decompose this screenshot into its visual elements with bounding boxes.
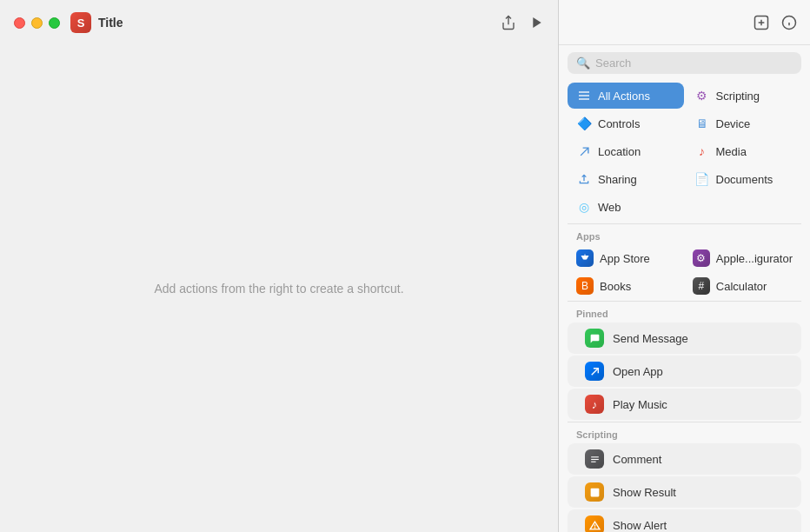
actions-list: All Actions ⚙ Scripting 🔷 Controls 🖥 Dev… <box>559 79 810 532</box>
svg-point-15 <box>594 527 595 528</box>
cat-device[interactable]: 🖥 Device <box>686 110 802 136</box>
svg-marker-0 <box>533 17 541 28</box>
show-result-icon <box>585 482 604 502</box>
app-item-apple-configurator[interactable]: ⚙ Apple...igurator <box>684 245 801 271</box>
right-header <box>559 0 810 45</box>
scripting-section-label: Scripting <box>559 422 810 442</box>
left-content-placeholder: Add actions from the right to create a s… <box>0 45 558 532</box>
cat-location[interactable]: Location <box>568 138 684 164</box>
media-icon: ♪ <box>694 143 710 159</box>
traffic-lights <box>14 17 60 29</box>
run-button[interactable] <box>530 16 544 30</box>
share-button[interactable] <box>501 15 516 30</box>
info-button[interactable] <box>780 14 798 31</box>
category-grid: All Actions ⚙ Scripting 🔷 Controls 🖥 Dev… <box>559 79 810 223</box>
device-icon: 🖥 <box>694 116 710 131</box>
close-button[interactable] <box>14 17 25 29</box>
svg-rect-13 <box>593 490 596 494</box>
books-icon: B <box>576 277 594 295</box>
web-icon: ◎ <box>576 199 592 215</box>
app-item-books[interactable]: B Books <box>568 273 682 299</box>
location-icon <box>576 143 592 159</box>
search-icon: 🔍 <box>576 57 590 70</box>
cat-documents[interactable]: 📄 Documents <box>686 166 802 192</box>
list-item-comment[interactable]: Comment <box>568 443 801 475</box>
list-item-play-music[interactable]: ♪ Play Music <box>568 389 801 420</box>
calculator-icon: # <box>693 277 710 295</box>
scripting-icon: ⚙ <box>694 88 710 103</box>
controls-icon: 🔷 <box>576 116 592 131</box>
apps-grid: App Store ⚙ Apple...igurator B Books # C… <box>559 243 810 301</box>
apple-configurator-icon: ⚙ <box>693 249 710 267</box>
fullscreen-button[interactable] <box>49 17 60 29</box>
svg-line-8 <box>591 368 598 375</box>
pinned-section-label: Pinned <box>559 302 810 321</box>
svg-line-6 <box>581 148 588 156</box>
cat-all-actions[interactable]: All Actions <box>568 83 684 109</box>
cat-controls[interactable]: 🔷 Controls <box>568 110 684 136</box>
cat-web[interactable]: ◎ Web <box>568 194 684 220</box>
list-item-open-app[interactable]: Open App <box>568 356 801 387</box>
list-item-send-message[interactable]: Send Message <box>568 323 801 354</box>
send-message-icon <box>585 329 604 348</box>
play-music-icon: ♪ <box>585 395 604 414</box>
cat-media[interactable]: ♪ Media <box>686 138 802 164</box>
list-item-show-result[interactable]: Show Result <box>568 476 801 508</box>
add-to-home-button[interactable] <box>753 14 770 31</box>
left-panel: S Title Add actions from the right to cr… <box>0 0 558 532</box>
apps-section-label: Apps <box>559 224 810 243</box>
search-bar[interactable]: 🔍 <box>568 52 801 74</box>
list-item-show-alert[interactable]: Show Alert <box>568 509 801 532</box>
cat-scripting[interactable]: ⚙ Scripting <box>686 83 802 109</box>
app-store-icon <box>576 249 594 267</box>
title-bar: S Title <box>0 0 558 45</box>
cat-sharing[interactable]: Sharing <box>568 166 684 192</box>
search-input[interactable] <box>595 57 793 70</box>
sharing-icon <box>576 171 592 187</box>
show-alert-icon <box>585 515 604 532</box>
comment-icon <box>585 449 604 469</box>
minimize-button[interactable] <box>31 17 43 29</box>
app-item-app-store[interactable]: App Store <box>568 245 682 271</box>
toolbar-buttons <box>501 15 544 30</box>
app-icon: S <box>70 12 91 33</box>
window-title: Title <box>98 16 501 30</box>
app-item-calculator[interactable]: # Calculator <box>684 273 801 299</box>
right-panel: 🔍 All Actions ⚙ Scripting 🔷 <box>558 0 810 532</box>
all-actions-icon <box>576 88 592 103</box>
open-app-icon <box>585 362 604 381</box>
documents-icon: 📄 <box>694 171 710 187</box>
